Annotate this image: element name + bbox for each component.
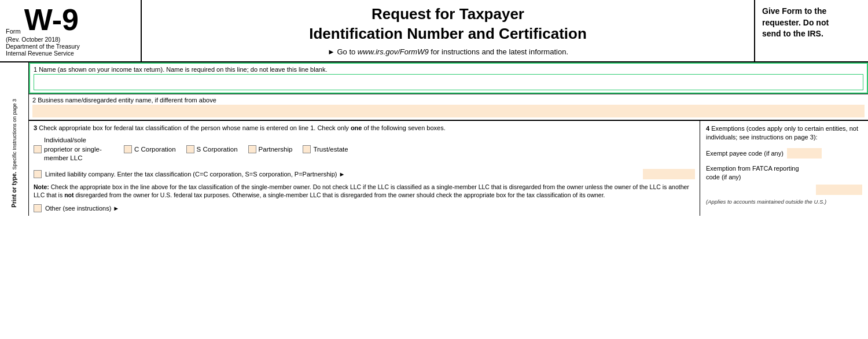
subtitle: ► Go to www.irs.gov/FormW9 for instructi… (153, 47, 742, 56)
section3: 3 Check appropriate box for federal tax … (29, 121, 700, 216)
main-title-line2: Identification Number and Certification (153, 24, 742, 44)
header-right: Give Form to the requester. Do not send … (755, 0, 868, 61)
note-text2: disregarded from the owner for U.S. fede… (75, 191, 605, 198)
field1-input[interactable] (34, 74, 863, 90)
subtitle-prefix: ► Go to (328, 47, 358, 56)
main-title-line1: Request for Taxpayer (153, 5, 742, 24)
fatca-text: Exemption from FATCA reporting code (if … (706, 164, 862, 182)
dept-line2: Internal Revenue Service (6, 50, 135, 57)
checkbox-trust-label: Trust/estate (313, 146, 348, 153)
checkbox-partnership: Partnership (248, 145, 293, 153)
field1-label: 1 Name (as shown on your income tax retu… (34, 66, 863, 73)
applies-note: (Applies to accounts maintained outside … (706, 198, 862, 205)
section3-bold: one (351, 124, 362, 131)
right-text-line3: send to the IRS. (762, 28, 861, 40)
checkboxes-row: Individual/sole proprietor or single-mem… (34, 136, 695, 163)
rev-info: (Rev. October 2018) (6, 36, 135, 43)
llc-input[interactable] (643, 169, 695, 179)
field2-input[interactable] (32, 105, 865, 117)
field2-label: 2 Business name/disregarded entity name,… (32, 97, 865, 104)
checkbox-trust-box[interactable] (303, 145, 311, 153)
exempt-label: Exempt payee code (if any) (706, 150, 784, 157)
section3-text2: of the following seven boxes. (364, 124, 446, 131)
checkbox-s-corp: S Corporation (186, 145, 238, 153)
checkbox-llc-box[interactable] (34, 170, 42, 178)
subtitle-url: www.irs.gov/FormW9 (358, 47, 429, 56)
section3-text1: Check appropriate box for federal tax cl… (39, 124, 349, 131)
dept-line1: Department of the Treasury (6, 43, 135, 50)
header-left: Form W-9 (Rev. October 2018) Department … (0, 0, 142, 61)
fatca-input[interactable] (816, 185, 862, 195)
fatca-input-row (706, 185, 862, 195)
right-text-line1: Give Form to the (762, 6, 861, 17)
section4-text: Exemptions (codes apply only to certain … (706, 125, 858, 141)
checkbox-s-corp-label: S Corporation (197, 146, 238, 153)
other-row: Other (see instructions) ► (34, 204, 695, 212)
header: Form W-9 (Rev. October 2018) Department … (0, 0, 868, 62)
sidebar-text-container: Specific Instructions on page 3 Print or… (11, 99, 17, 210)
checkbox-c-corp-box[interactable] (124, 145, 132, 153)
checkbox-s-corp-box[interactable] (186, 145, 194, 153)
note-bold2: not (64, 191, 73, 198)
checkbox-other-box[interactable] (34, 204, 42, 212)
fatca-line1: Exemption from FATCA reporting (706, 165, 799, 172)
section3-header: 3 Check appropriate box for federal tax … (34, 124, 695, 131)
content: 1 Name (as shown on your income tax retu… (29, 62, 868, 216)
checkbox-partnership-box[interactable] (248, 145, 256, 153)
checkbox-individual-label: Individual/sole proprietor or single-mem… (44, 136, 113, 163)
section3-num: 3 (34, 124, 37, 131)
checkbox-c-corp-label: C Corporation (134, 146, 176, 153)
field1-container: 1 Name (as shown on your income tax retu… (29, 62, 868, 94)
body-wrapper: Specific Instructions on page 3 Print or… (0, 62, 868, 216)
checkbox-individual: Individual/sole proprietor or single-mem… (34, 136, 113, 163)
page: Form W-9 (Rev. October 2018) Department … (0, 0, 868, 339)
section4: 4 Exemptions (codes apply only to certai… (700, 121, 868, 216)
checkbox-partnership-label: Partnership (259, 146, 293, 153)
llc-row: Limited liability company. Enter the tax… (34, 169, 695, 179)
section4-num: 4 (706, 125, 711, 132)
checkbox-individual-box[interactable] (34, 145, 42, 153)
llc-text: Limited liability company. Enter the tax… (45, 171, 639, 178)
right-text-line2: requester. Do not (762, 17, 861, 29)
sidebar-text-bottom: Print or type. (11, 172, 17, 208)
other-text: Other (see instructions) ► (45, 205, 119, 212)
checkbox-c-corp: C Corporation (124, 145, 176, 153)
exempt-row: Exempt payee code (if any) (706, 148, 862, 159)
sidebar-text-top: Specific Instructions on page 3 (12, 99, 17, 170)
checkbox-trust: Trust/estate (303, 145, 348, 153)
form-number: W-9 (24, 5, 79, 35)
field2-container: 2 Business name/disregarded entity name,… (29, 94, 868, 120)
note-block: Note: Check the appropriate box in the l… (34, 183, 695, 200)
section-row: 3 Check appropriate box for federal tax … (29, 120, 868, 216)
header-center: Request for Taxpayer Identification Numb… (142, 0, 755, 61)
section4-header: 4 Exemptions (codes apply only to certai… (706, 124, 862, 142)
form-label: Form (6, 28, 21, 35)
exempt-input[interactable] (787, 148, 822, 159)
subtitle-suffix: for instructions and the latest informat… (429, 47, 568, 56)
sidebar: Specific Instructions on page 3 Print or… (0, 62, 29, 216)
note-label: Note: (34, 183, 49, 190)
fatca-line2: code (if any) (706, 174, 741, 180)
